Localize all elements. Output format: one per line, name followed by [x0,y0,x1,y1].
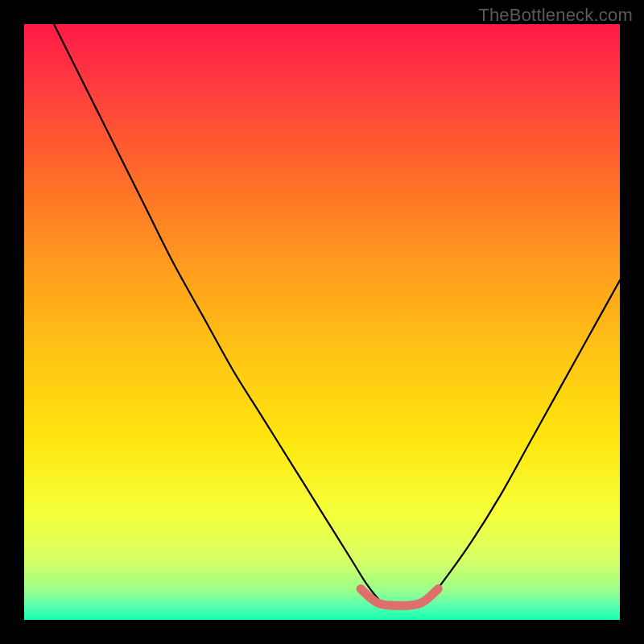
watermark-label: TheBottleneck.com [478,5,633,26]
plot-area [24,24,620,620]
chart-frame: TheBottleneck.com [0,0,644,644]
bottleneck-chart [24,24,620,620]
gradient-background [24,24,620,620]
